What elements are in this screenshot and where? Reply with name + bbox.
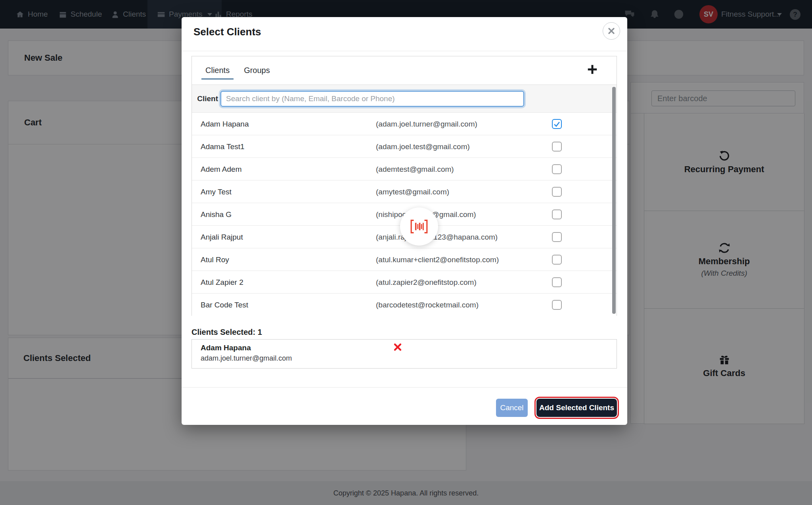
client-checkbox[interactable] [552, 164, 562, 174]
client-name: Anjali Rajput [201, 226, 243, 248]
client-search-label: Client [192, 85, 218, 113]
add-selected-clients-button[interactable]: Add Selected Clients [536, 399, 617, 417]
header-divider [182, 51, 627, 51]
client-checkbox[interactable] [552, 209, 562, 219]
client-name: Atul Zapier 2 [201, 271, 243, 294]
client-checkbox[interactable] [552, 142, 562, 152]
client-email: (atul.kumar+client2@onefitstop.com) [376, 248, 499, 271]
close-icon[interactable] [603, 22, 620, 40]
modal-title: Select Clients [193, 26, 261, 38]
client-search-row: Client [192, 85, 617, 113]
client-row[interactable]: Adama Test1 (adam.joel.test@gmail.com) [192, 135, 617, 158]
client-checkbox[interactable] [552, 255, 562, 265]
screen: Home Schedule Clients Payments Reports S [0, 0, 812, 505]
list-scrollbar[interactable] [612, 87, 616, 314]
selected-client-email: adam.joel.turner@gmail.com [201, 354, 292, 363]
selected-client-card: Adam Hapana adam.joel.turner@gmail.com [192, 339, 617, 369]
clients-panel: Clients Groups Client Adam Hapana (a [192, 56, 617, 316]
plus-icon[interactable] [586, 63, 601, 78]
client-row[interactable]: Adam Hapana (adam.joel.turner@gmail.com) [192, 113, 617, 135]
tab-label: Clients [205, 66, 230, 75]
client-name: Adam Hapana [201, 113, 249, 135]
client-email: (adam.joel.turner@gmail.com) [376, 113, 477, 135]
cancel-button[interactable]: Cancel [496, 399, 528, 417]
client-search-input[interactable] [220, 91, 524, 107]
tab-bar: Clients Groups [192, 56, 617, 85]
client-email: (ademtest@gmail.com) [376, 158, 454, 180]
client-email: (barcodetest@rocketmail.com) [376, 294, 479, 316]
tab-label: Groups [244, 66, 270, 75]
remove-client-icon[interactable] [393, 343, 404, 353]
client-email: (atul.zapier2@onefitstop.com) [376, 271, 477, 294]
modal-footer: Cancel Add Selected Clients [182, 387, 627, 425]
client-checkbox[interactable] [552, 232, 562, 242]
barcode-loader [400, 207, 438, 246]
client-email: (adam.joel.test@gmail.com) [376, 135, 470, 158]
client-name: Adama Test1 [201, 135, 245, 158]
client-row[interactable]: Atul Zapier 2 (atul.zapier2@onefitstop.c… [192, 271, 617, 294]
client-checkbox[interactable] [552, 277, 562, 287]
client-checkbox[interactable] [552, 187, 562, 197]
clients-selected-count: Clients Selected: 1 [192, 328, 262, 337]
client-row[interactable]: Amy Test (amytest@gmail.com) [192, 180, 617, 203]
client-name: Atul Roy [201, 248, 229, 271]
client-name: Bar Code Test [201, 294, 248, 316]
client-checkbox[interactable] [552, 300, 562, 310]
client-name: Amy Test [201, 180, 232, 203]
selected-client-name: Adam Hapana [201, 344, 251, 352]
client-checkbox[interactable] [552, 119, 562, 129]
tab-clients[interactable]: Clients [198, 56, 237, 84]
barcode-scan-icon [410, 219, 429, 234]
client-name: Anisha G [201, 203, 232, 226]
client-name: Adem Adem [201, 158, 242, 180]
client-email: (amytest@gmail.com) [376, 180, 449, 203]
tab-groups[interactable]: Groups [237, 56, 277, 84]
client-row[interactable]: Atul Roy (atul.kumar+client2@onefitstop.… [192, 248, 617, 271]
client-row[interactable]: Bar Code Test (barcodetest@rocketmail.co… [192, 294, 617, 316]
client-row[interactable]: Adem Adem (ademtest@gmail.com) [192, 158, 617, 180]
